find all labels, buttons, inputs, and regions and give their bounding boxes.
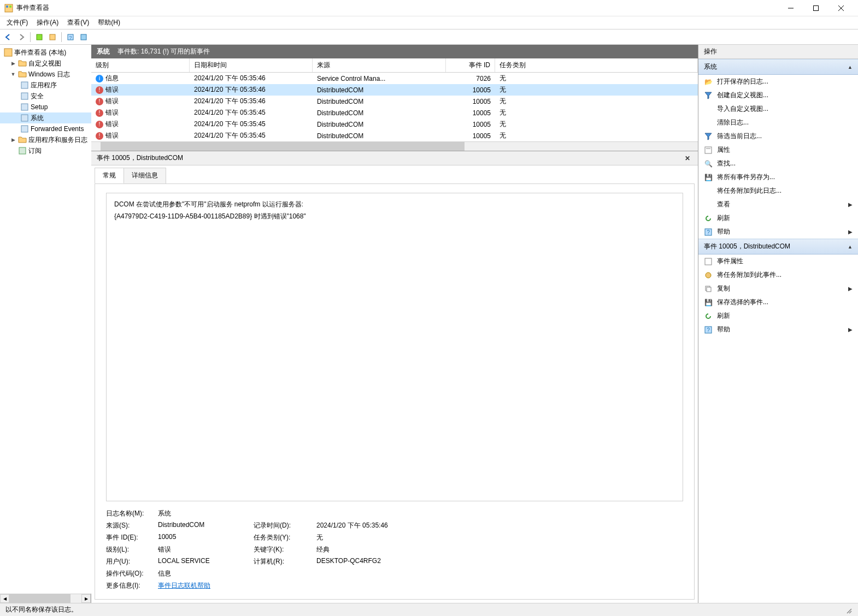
col-datetime[interactable]: 日期和时间: [190, 58, 313, 72]
tab-details[interactable]: 详细信息: [124, 168, 166, 183]
tab-general[interactable]: 常规: [95, 168, 124, 183]
toolbar-btn-2[interactable]: [46, 31, 58, 43]
svg-rect-7: [37, 34, 42, 40]
actions-panel: 操作 系统 ▲ 📂打开保存的日志... 创建自定义视图... 导入自定义视图..…: [698, 45, 858, 603]
cell-datetime: 2024/1/20 下午 05:35:46: [190, 73, 313, 84]
action-copy[interactable]: 复制▶: [698, 282, 858, 295]
menu-view[interactable]: 查看(V): [63, 16, 93, 29]
action-find[interactable]: 🔍查找...: [698, 157, 858, 170]
action-properties[interactable]: 属性: [698, 143, 858, 157]
action-refresh[interactable]: 刷新: [698, 211, 858, 225]
list-hscroll[interactable]: [91, 141, 698, 151]
collapse-icon[interactable]: ▲: [848, 64, 853, 70]
action-event-props[interactable]: 事件属性: [698, 254, 858, 268]
save-icon: 💾: [704, 298, 713, 307]
cell-eventid: 10005: [446, 119, 495, 130]
action-refresh2[interactable]: 刷新: [698, 309, 858, 323]
value-opcode: 信息: [158, 569, 254, 578]
detail-grid: 日志名称(M): 系统 来源(S): DistributedCOM 记录时间(D…: [106, 509, 683, 590]
resize-grip-icon[interactable]: [844, 606, 853, 614]
cell-eventid: 7026: [446, 73, 495, 84]
toolbar-btn-4[interactable]: [78, 31, 90, 43]
error-icon: !: [96, 121, 103, 128]
cell-source: DistributedCOM: [313, 130, 446, 141]
action-attach-to-event[interactable]: 将任务附加到此事件...: [698, 268, 858, 282]
tree-root[interactable]: 事件查看器 (本地): [0, 47, 91, 58]
event-row[interactable]: !错误2024/1/20 下午 05:35:46DistributedCOM10…: [91, 96, 698, 107]
tree-label: 系统: [31, 113, 44, 123]
action-help2[interactable]: ?帮助▶: [698, 323, 858, 336]
menu-help[interactable]: 帮助(H): [93, 16, 125, 29]
tree-panel[interactable]: 事件查看器 (本地) ▶ 自定义视图 ▼ Windows 日志 应用程序 安全 …: [0, 45, 91, 594]
cell-datetime: 2024/1/20 下午 05:35:45: [190, 119, 313, 130]
close-button[interactable]: [828, 0, 854, 16]
help-button[interactable]: ?: [64, 31, 77, 43]
actions-group-event[interactable]: 事件 10005，DistributedCOM ▲: [698, 239, 858, 254]
blank-icon: [704, 119, 713, 127]
toolbar-btn-1[interactable]: [33, 31, 45, 43]
tree-hscroll[interactable]: ◀▶: [0, 594, 91, 603]
event-row[interactable]: !错误2024/1/20 下午 05:35:45DistributedCOM10…: [91, 130, 698, 141]
list-count: 事件数: 16,731 (!) 可用的新事件: [117, 47, 210, 56]
maximize-button[interactable]: [803, 0, 828, 16]
list-title: 系统: [97, 47, 110, 56]
action-save-all[interactable]: 💾将所有事件另存为...: [698, 170, 858, 184]
collapse-icon[interactable]: ▲: [848, 244, 853, 250]
action-view[interactable]: 查看▶: [698, 198, 858, 211]
moreinfo-link[interactable]: 事件日志联机帮助: [158, 582, 210, 589]
cell-level: 错误: [105, 85, 119, 94]
svg-rect-1: [6, 5, 8, 8]
col-task[interactable]: 任务类别: [495, 58, 698, 72]
action-import-custom[interactable]: 导入自定义视图...: [698, 102, 858, 116]
minimize-button[interactable]: [778, 0, 803, 16]
action-clear-log[interactable]: 清除日志...: [698, 116, 858, 129]
tree-application[interactable]: 应用程序: [0, 80, 91, 91]
tree-custom-views[interactable]: ▶ 自定义视图: [0, 58, 91, 69]
action-open-saved[interactable]: 📂打开保存的日志...: [698, 75, 858, 88]
log-icon: [20, 103, 29, 111]
actions-group-label: 系统: [704, 62, 717, 72]
expander-icon[interactable]: ▶: [10, 58, 16, 68]
action-help[interactable]: ?帮助▶: [698, 225, 858, 239]
col-source[interactable]: 来源: [313, 58, 446, 72]
col-eventid[interactable]: 事件 ID: [446, 58, 495, 72]
value-computer: DESKTOP-QC4RFG2: [316, 557, 448, 566]
menu-file[interactable]: 文件(F): [2, 16, 32, 29]
tree-root-label: 事件查看器 (本地): [14, 48, 66, 57]
event-row[interactable]: !错误2024/1/20 下午 05:35:46DistributedCOM10…: [91, 84, 698, 96]
toolbar: ?: [0, 29, 858, 45]
expander-icon[interactable]: ▶: [10, 135, 16, 145]
event-row[interactable]: i信息2024/1/20 下午 05:35:46Service Control …: [91, 73, 698, 84]
menu-action[interactable]: 操作(A): [32, 16, 63, 29]
action-label: 将任务附加到此日志...: [717, 186, 781, 196]
tree-app-services[interactable]: ▶ 应用程序和服务日志: [0, 134, 91, 145]
expander-icon[interactable]: ▼: [10, 69, 16, 79]
tree-forwarded[interactable]: Forwarded Events: [0, 123, 91, 134]
tree-system[interactable]: 系统: [0, 112, 91, 123]
list-body[interactable]: i信息2024/1/20 下午 05:35:46Service Control …: [91, 73, 698, 141]
action-label: 刷新: [717, 311, 730, 321]
back-button[interactable]: [2, 31, 14, 43]
cell-eventid: 10005: [446, 96, 495, 107]
tree-security[interactable]: 安全: [0, 91, 91, 102]
svg-rect-19: [705, 147, 712, 153]
value-keywords: 经典: [316, 545, 448, 554]
tree-setup[interactable]: Setup: [0, 102, 91, 112]
list-columns: 级别 日期和时间 来源 事件 ID 任务类别: [91, 58, 698, 73]
status-bar: 以不同名称保存该日志。: [0, 603, 858, 616]
cell-eventid: 10005: [446, 107, 495, 119]
action-create-custom[interactable]: 创建自定义视图...: [698, 88, 858, 102]
detail-close-button[interactable]: ✕: [683, 155, 692, 162]
forward-button[interactable]: [15, 31, 27, 43]
action-filter-current[interactable]: 筛选当前日志...: [698, 129, 858, 143]
event-row[interactable]: !错误2024/1/20 下午 05:35:45DistributedCOM10…: [91, 107, 698, 119]
tree-windows-logs[interactable]: ▼ Windows 日志: [0, 69, 91, 80]
action-save-selected[interactable]: 💾保存选择的事件...: [698, 295, 858, 309]
event-row[interactable]: !错误2024/1/20 下午 05:35:45DistributedCOM10…: [91, 119, 698, 130]
tree-subscriptions[interactable]: ▶ 订阅: [0, 145, 91, 156]
action-attach-task[interactable]: 将任务附加到此日志...: [698, 184, 858, 198]
actions-group-system[interactable]: 系统 ▲: [698, 59, 858, 75]
svg-rect-17: [21, 126, 28, 132]
col-level[interactable]: 级别: [91, 58, 190, 72]
msg-line: DCOM 在尝试使用参数"不可用"启动服务 netprofm 以运行服务器:: [114, 199, 675, 211]
